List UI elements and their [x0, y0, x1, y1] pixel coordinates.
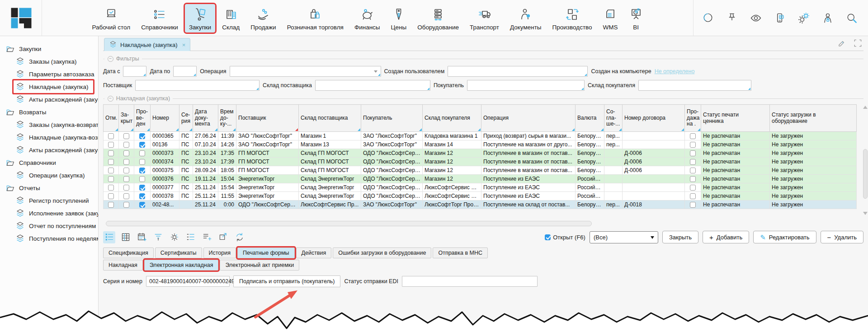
- horizontal-scroll-thumb[interactable]: [106, 221, 592, 226]
- nav-item-documents[interactable]: Документы: [506, 4, 546, 33]
- edit-pencil-icon[interactable]: [837, 38, 847, 48]
- checkbox-icon[interactable]: [690, 176, 696, 182]
- tree-item[interactable]: Заказы (закупка): [14, 55, 81, 68]
- cell-otm[interactable]: [104, 192, 119, 201]
- cell-seriya[interactable]: ПС: [179, 192, 193, 201]
- cell-zakryt[interactable]: [119, 149, 134, 158]
- cell-data[interactable]: 19.11.24: [193, 175, 218, 183]
- checkbox-icon[interactable]: [108, 142, 114, 148]
- cell-sklad_postavshchika[interactable]: Склад ГП МОГОСТ: [299, 166, 361, 175]
- checkbox-icon[interactable]: [123, 168, 129, 173]
- cell-status_zagruzki[interactable]: Не загружен: [770, 158, 857, 166]
- feedback-icon[interactable]: [774, 12, 786, 24]
- cell-data[interactable]: 25.11.24: [193, 183, 218, 192]
- cell-operaciya[interactable]: Поступление на склад от постав...: [481, 201, 576, 209]
- scroll-up-icon[interactable]: [863, 103, 868, 109]
- filter-input[interactable]: [467, 80, 585, 91]
- cell-prodazha[interactable]: [685, 149, 701, 158]
- column-header-sklad_postavshchika[interactable]: Склад поставщика: [299, 105, 361, 132]
- column-header-otm[interactable]: Отм.: [104, 105, 119, 132]
- cell-data[interactable]: 23.10.24: [193, 149, 218, 158]
- checkbox-icon[interactable]: [123, 202, 129, 208]
- cell-postavshchik[interactable]: ОДО "ЛюксСофтСерв...: [236, 201, 299, 209]
- cell-pokupatel[interactable]: ОДО "ЛюксСофтСерв...: [361, 149, 423, 158]
- cell-soglashenie[interactable]: [604, 166, 623, 175]
- cell-sklad_pokupatelya[interactable]: Магазин 12: [423, 158, 481, 166]
- checkbox-icon[interactable]: [690, 193, 696, 199]
- tab-invoices-purchase[interactable]: Накладные (закупка) ×: [104, 38, 190, 51]
- column-header-status_zagruzki[interactable]: Статус загрузки в оборудование: [770, 105, 857, 132]
- table-row[interactable]: 0000375ПС28.09.2418:05ГП МОГОСТСклад ГП …: [104, 166, 857, 175]
- cell-operaciya[interactable]: Поступление в магазин от постав...: [481, 158, 576, 166]
- toolbar-gear-icon[interactable]: [168, 231, 180, 243]
- cell-proveden[interactable]: [134, 132, 151, 140]
- tree-item[interactable]: Заказы (закупка-возврат): [14, 118, 99, 131]
- cell-prodazha[interactable]: [685, 158, 701, 166]
- nav-item-transport[interactable]: Транспорт: [466, 4, 503, 33]
- search-icon[interactable]: [845, 12, 858, 24]
- cell-zakryt[interactable]: [119, 158, 134, 166]
- cell-sklad_postavshchika[interactable]: Склад ГП МОГОСТ: [299, 158, 361, 166]
- table-row[interactable]: 0000373ПС23.10.2417:35ГП МОГОСТСклад ГП …: [104, 149, 857, 158]
- tab-История[interactable]: История: [203, 247, 236, 258]
- cell-sklad_pokupatelya[interactable]: ЛюксСофтТорг Произ...: [423, 201, 481, 209]
- cell-status_pechati[interactable]: Не распечатан: [701, 166, 770, 175]
- cell-operaciya[interactable]: Поступление из ЕАЭС: [481, 192, 576, 201]
- column-header-data[interactable]: Дата доку- мента: [193, 105, 218, 132]
- cell-status_pechati[interactable]: Не распечатан: [701, 158, 770, 166]
- user-session-icon[interactable]: [821, 12, 834, 24]
- filter-input[interactable]: [638, 80, 751, 91]
- cell-proveden[interactable]: [134, 192, 151, 201]
- column-header-proveden[interactable]: Про- ве- ден: [134, 105, 151, 132]
- toolbar-open-external-icon[interactable]: [217, 231, 229, 243]
- nav-item-directory[interactable]: Справочники: [137, 4, 182, 33]
- cell-sklad_pokupatelya[interactable]: Магазин 12: [423, 166, 481, 175]
- tree-group-Справочники[interactable]: Справочники: [4, 156, 98, 169]
- toolbar-refresh-icon[interactable]: [233, 231, 245, 243]
- tab-Отправка в МНС[interactable]: Отправка в МНС: [433, 247, 488, 258]
- cell-data[interactable]: 28.09.24: [193, 166, 218, 175]
- toolbar-view-calendar-icon[interactable]: [136, 231, 148, 243]
- cell-nomer[interactable]: 0000365: [151, 132, 179, 140]
- cell-nomer_dogovora[interactable]: Д-0006: [623, 149, 685, 158]
- cell-zakryt[interactable]: [119, 201, 134, 209]
- cell-pokupatel[interactable]: ЗАО "ЛюксСофтТорг": [361, 201, 423, 209]
- toolbar-list-add-icon[interactable]: [201, 231, 213, 243]
- tree-item[interactable]: Акты расхождений (закупка-возвра: [14, 144, 99, 156]
- cell-status_pechati[interactable]: Не распечатан: [701, 140, 770, 149]
- cell-valyuta[interactable]: Белорусс...: [576, 132, 604, 140]
- cell-seriya[interactable]: ПС: [179, 149, 193, 158]
- cell-soglashenie[interactable]: [604, 192, 623, 201]
- toolbar-numbered-list-icon[interactable]: [184, 231, 197, 243]
- cell-seriya[interactable]: ПС: [179, 183, 193, 192]
- clock-icon[interactable]: [702, 12, 714, 24]
- nav-item-bi[interactable]: BI: [625, 4, 647, 33]
- cell-pokupatel[interactable]: ЗАО "ЛюксСофтТорг": [361, 132, 423, 140]
- checkbox-icon[interactable]: [139, 176, 145, 182]
- button-редактировать[interactable]: ✎Редактировать: [753, 231, 816, 243]
- series-number-input[interactable]: 002-4819000140007-0000000249: [146, 276, 230, 287]
- cell-seriya[interactable]: [179, 201, 193, 209]
- pin-icon[interactable]: [726, 12, 738, 24]
- cell-otm[interactable]: [104, 140, 119, 149]
- cell-zakryt[interactable]: [119, 140, 134, 149]
- checkbox-icon[interactable]: [108, 159, 114, 165]
- cell-postavshchik[interactable]: ЗАО "ЛюксСофтТорг": [236, 132, 299, 140]
- cell-otm[interactable]: [104, 158, 119, 166]
- cell-otm[interactable]: [104, 183, 119, 192]
- filter-input[interactable]: [135, 80, 259, 91]
- cell-status_zagruzki[interactable]: Не загружен: [770, 183, 857, 192]
- tree-item[interactable]: Операции (закупка): [14, 169, 89, 182]
- eye-icon[interactable]: [750, 12, 762, 24]
- checkbox-icon[interactable]: [139, 185, 145, 191]
- checkbox-icon[interactable]: [123, 193, 129, 199]
- cell-sklad_pokupatelya[interactable]: Магазин 12: [423, 175, 481, 183]
- edi-status-input[interactable]: [402, 276, 538, 287]
- cell-operaciya[interactable]: Поступление из ЕАЭС: [481, 175, 576, 183]
- cell-nomer_dogovora[interactable]: Д-0006: [623, 158, 685, 166]
- cell-nomer[interactable]: 0000373: [151, 149, 179, 158]
- tree-item[interactable]: Исполнение заявок (закупка): [14, 207, 99, 219]
- subtab-Электронная накладная[interactable]: Электронная накладная: [144, 260, 219, 271]
- cell-sklad_pokupatelya[interactable]: Магазин 12: [423, 149, 481, 158]
- tree-item[interactable]: Накладные (закупка-возврат): [14, 131, 99, 144]
